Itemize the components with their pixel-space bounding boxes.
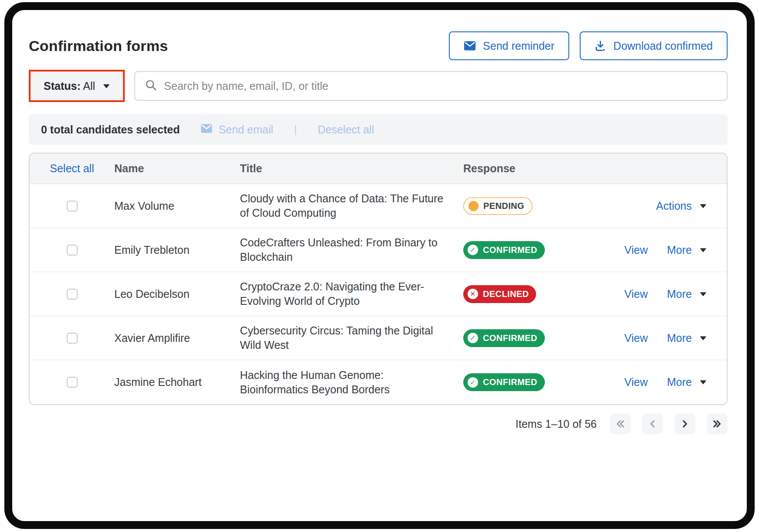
- row-action-view-button[interactable]: View: [624, 288, 648, 300]
- last-page-button[interactable]: [707, 413, 728, 434]
- candidates-table: Select all Name Title Response Max Volum…: [29, 153, 728, 405]
- candidate-name: Leo Decibelson: [114, 288, 240, 300]
- table-row: Leo DecibelsonCryptoCraze 2.0: Navigatin…: [30, 272, 727, 316]
- app-window: Confirmation forms Send reminder: [4, 2, 755, 529]
- checkbox-cell: [30, 289, 114, 300]
- first-page-button[interactable]: [610, 413, 631, 434]
- row-action-more-button[interactable]: More: [667, 332, 707, 344]
- send-reminder-button[interactable]: Send reminder: [449, 31, 569, 60]
- double-chevron-left-icon: [615, 419, 626, 429]
- select-all-link[interactable]: Select all: [50, 162, 94, 175]
- row-action-more-button[interactable]: More: [667, 288, 707, 300]
- chevron-right-icon: [680, 419, 690, 429]
- checkbox-cell: [30, 245, 114, 256]
- chevron-down-icon: [103, 84, 110, 89]
- candidate-name: Emily Trebleton: [114, 244, 240, 256]
- pending-dot-icon: [468, 201, 479, 211]
- row-action-label: More: [667, 244, 692, 256]
- chevron-left-icon: [647, 419, 658, 429]
- row-action-label: More: [667, 332, 692, 344]
- row-action-label: More: [667, 376, 692, 389]
- table-row: Xavier AmplifireCybersecurity Circus: Ta…: [30, 316, 727, 360]
- pagination: Items 1–10 of 56: [29, 413, 728, 434]
- row-action-label: View: [624, 244, 648, 256]
- row-action-view-button[interactable]: View: [624, 244, 648, 256]
- status-badge-label: CONFIRMED: [483, 245, 537, 255]
- envelope-icon: [201, 123, 212, 136]
- row-checkbox[interactable]: [67, 245, 78, 256]
- send-email-button[interactable]: Send email: [201, 123, 273, 136]
- search-box: [134, 71, 728, 101]
- table-header: Select all Name Title Response: [30, 153, 727, 184]
- pagination-label: Items 1–10 of 56: [516, 418, 597, 430]
- chevron-down-icon: [700, 292, 707, 297]
- candidate-name: Xavier Amplifire: [114, 332, 240, 344]
- candidate-name: Jasmine Echohart: [114, 376, 240, 389]
- row-action-view-button[interactable]: View: [624, 376, 648, 389]
- send-email-label: Send email: [219, 123, 273, 136]
- candidate-name: Max Volume: [114, 200, 240, 212]
- download-confirmed-button[interactable]: Download confirmed: [580, 31, 728, 60]
- checkbox-cell: [30, 333, 114, 344]
- status-filter-text: Status: All: [44, 80, 95, 92]
- response-cell: ✓CONFIRMED: [463, 329, 590, 347]
- row-checkbox[interactable]: [67, 333, 78, 344]
- prev-page-button[interactable]: [642, 413, 663, 434]
- chevron-down-icon: [700, 336, 707, 341]
- row-checkbox[interactable]: [67, 201, 78, 211]
- page-header: Confirmation forms Send reminder: [29, 31, 728, 61]
- next-page-button[interactable]: [674, 413, 695, 434]
- double-chevron-right-icon: [712, 419, 722, 429]
- row-action-more-button[interactable]: More: [667, 244, 707, 256]
- status-badge-label: PENDING: [483, 201, 524, 211]
- row-checkbox[interactable]: [67, 289, 78, 300]
- row-actions-cell: ViewMore: [590, 244, 723, 256]
- row-action-label: View: [624, 288, 648, 300]
- table-row: Max VolumeCloudy with a Chance of Data: …: [30, 184, 727, 228]
- response-cell: PENDING: [463, 197, 590, 215]
- search-icon: [145, 79, 157, 93]
- status-badge: ✕DECLINED: [463, 285, 536, 303]
- row-actions-cell: Actions: [590, 200, 723, 212]
- status-filter-dropdown[interactable]: Status: All: [29, 70, 125, 102]
- page-title: Confirmation forms: [29, 38, 168, 55]
- check-icon: ✓: [468, 377, 478, 388]
- row-checkbox[interactable]: [67, 377, 78, 388]
- table-row: Emily TrebletonCodeCrafters Unleashed: F…: [30, 228, 727, 272]
- session-title: CodeCrafters Unleashed: From Binary to B…: [240, 235, 463, 264]
- session-title: Hacking the Human Genome: Bioinformatics…: [240, 368, 463, 397]
- row-action-label: View: [624, 332, 648, 344]
- status-filter-label: Status:: [44, 80, 81, 92]
- row-action-label: More: [667, 288, 692, 300]
- check-icon: ✓: [468, 333, 478, 343]
- row-actions-cell: ViewMore: [590, 332, 723, 344]
- search-input[interactable]: [164, 80, 717, 92]
- row-action-actions-button[interactable]: Actions: [656, 200, 707, 212]
- deselect-all-button[interactable]: Deselect all: [318, 123, 374, 136]
- chevron-down-icon: [700, 380, 707, 385]
- column-header-name: Name: [114, 162, 240, 175]
- status-badge: ✓CONFIRMED: [463, 329, 545, 347]
- envelope-icon: [464, 41, 476, 51]
- check-icon: ✓: [468, 245, 478, 255]
- chevron-down-icon: [700, 248, 707, 252]
- status-badge-label: CONFIRMED: [483, 333, 537, 343]
- filter-row: Status: All: [29, 70, 728, 102]
- status-badge: ✓CONFIRMED: [463, 241, 545, 259]
- status-badge-label: DECLINED: [483, 289, 529, 299]
- session-title: CryptoCraze 2.0: Navigating the Ever-Evo…: [240, 280, 463, 308]
- status-filter-value: All: [83, 80, 95, 92]
- row-action-more-button[interactable]: More: [667, 376, 707, 389]
- checkbox-cell: [30, 377, 114, 388]
- pagination-buttons: [610, 413, 728, 434]
- selection-summary: 0 total candidates selected: [41, 123, 180, 136]
- page-content: Confirmation forms Send reminder: [12, 10, 747, 434]
- response-cell: ✓CONFIRMED: [463, 373, 590, 391]
- table-body: Max VolumeCloudy with a Chance of Data: …: [30, 184, 727, 404]
- row-actions-cell: ViewMore: [590, 376, 723, 389]
- response-cell: ✓CONFIRMED: [463, 241, 590, 259]
- row-action-label: Actions: [656, 200, 692, 212]
- deselect-all-label: Deselect all: [318, 123, 374, 136]
- row-action-view-button[interactable]: View: [624, 332, 648, 344]
- row-action-label: View: [624, 376, 648, 389]
